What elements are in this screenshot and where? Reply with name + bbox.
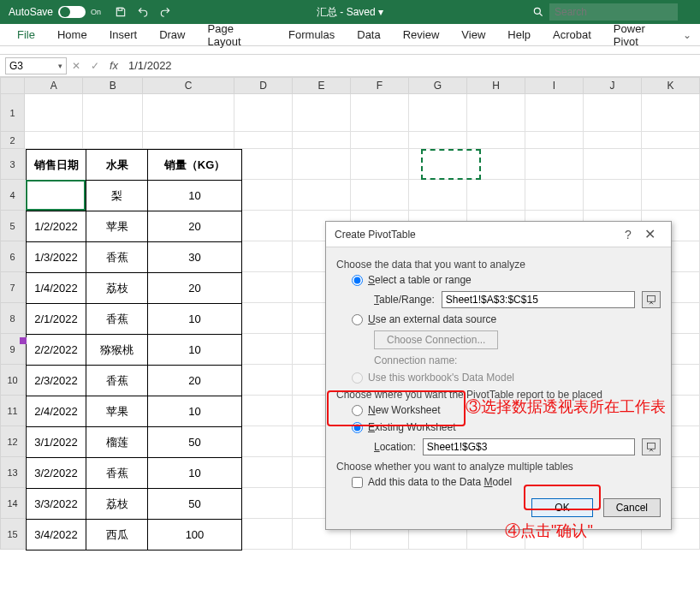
autosave-toggle-group[interactable]: AutoSave On [9, 6, 101, 18]
cancel-button[interactable]: Cancel [603, 498, 661, 517]
formula-input[interactable]: 1/1/2022 [123, 59, 172, 72]
undo-icon[interactable] [137, 6, 149, 18]
col-header[interactable]: E [293, 77, 351, 94]
cell[interactable] [584, 132, 642, 149]
tab-data[interactable]: Data [348, 26, 389, 44]
table-cell[interactable]: 30 [148, 242, 242, 273]
cell[interactable] [584, 149, 642, 180]
cell[interactable] [642, 94, 700, 132]
tab-acrobat[interactable]: Acrobat [544, 26, 600, 44]
cell[interactable] [234, 132, 293, 149]
search-box[interactable] [532, 3, 678, 21]
cell[interactable] [467, 180, 525, 211]
row-header[interactable]: 13 [0, 457, 25, 488]
row-header[interactable]: 6 [0, 241, 25, 272]
table-cell[interactable]: 香蕉 [86, 366, 148, 396]
cell[interactable] [525, 94, 584, 132]
location-input[interactable] [423, 438, 635, 455]
cell[interactable] [351, 180, 409, 211]
col-header[interactable]: A [25, 77, 83, 94]
table-cell[interactable]: 2/3/2022 [27, 366, 86, 396]
save-icon[interactable] [115, 6, 127, 18]
table-cell[interactable]: 苹果 [86, 396, 148, 427]
tab-help[interactable]: Help [499, 26, 539, 44]
cell[interactable] [351, 94, 409, 132]
table-cell[interactable]: 猕猴桃 [86, 335, 148, 366]
cell[interactable] [234, 519, 293, 550]
radio-new-worksheet[interactable] [352, 405, 363, 416]
cell[interactable] [234, 457, 293, 488]
table-cell[interactable]: 10 [148, 181, 242, 211]
cell[interactable] [525, 149, 584, 180]
col-header[interactable]: J [584, 77, 642, 94]
redo-icon[interactable] [159, 6, 171, 18]
col-header[interactable]: F [351, 77, 409, 94]
cell[interactable] [467, 94, 525, 132]
cell[interactable] [584, 94, 642, 132]
cell[interactable] [25, 94, 83, 132]
row-header[interactable]: 7 [0, 272, 25, 303]
table-cell[interactable]: 3/4/2022 [27, 520, 86, 550]
table-cell[interactable]: 20 [148, 211, 242, 242]
table-cell[interactable]: 3/1/2022 [27, 427, 86, 458]
cell[interactable] [143, 132, 234, 149]
cell[interactable] [467, 132, 525, 149]
table-cell[interactable]: 3/2/2022 [27, 458, 86, 489]
tab-file[interactable]: File [9, 26, 44, 44]
row-header[interactable]: 12 [0, 426, 25, 457]
table-cell[interactable]: 香蕉 [86, 458, 148, 489]
table-cell[interactable]: 1/2/2022 [27, 211, 86, 242]
cell[interactable] [234, 334, 293, 365]
table-cell[interactable]: 香蕉 [86, 242, 148, 273]
cell[interactable] [293, 94, 351, 132]
ok-button[interactable]: OK [531, 498, 592, 517]
cell[interactable] [642, 132, 700, 149]
table-cell[interactable]: 荔枝 [86, 273, 148, 304]
search-input[interactable] [549, 3, 678, 21]
table-cell[interactable]: 梨 [86, 181, 148, 211]
table-cell[interactable]: 3/3/2022 [27, 489, 86, 520]
comment-indicator-icon[interactable] [20, 337, 27, 344]
tab-draw[interactable]: Draw [151, 26, 193, 44]
table-cell[interactable]: 荔枝 [86, 489, 148, 520]
table-range-input[interactable] [442, 291, 635, 308]
cell[interactable] [234, 396, 293, 426]
cell[interactable] [234, 488, 293, 519]
tab-formulas[interactable]: Formulas [280, 26, 343, 44]
table-cell[interactable]: 2/2/2022 [27, 335, 86, 366]
checkbox-add-datamodel[interactable] [352, 477, 363, 488]
tab-home[interactable]: Home [49, 26, 96, 44]
cell[interactable] [293, 132, 351, 149]
cell[interactable] [525, 132, 584, 149]
col-header[interactable]: B [83, 77, 143, 94]
radio-external-source[interactable] [352, 314, 363, 325]
cell[interactable] [584, 180, 642, 211]
help-icon[interactable]: ? [620, 228, 637, 241]
row-header[interactable]: 5 [0, 211, 25, 241]
cell[interactable] [234, 272, 293, 303]
table-cell[interactable]: 10 [148, 458, 242, 489]
cell[interactable] [293, 149, 351, 180]
cell[interactable] [83, 94, 143, 132]
row-header[interactable]: 8 [0, 303, 25, 334]
fx-icon[interactable]: fx [104, 59, 123, 72]
row-header[interactable]: 14 [0, 488, 25, 519]
cell[interactable] [234, 180, 293, 211]
formula-accept-icon[interactable]: ✓ [86, 60, 104, 72]
cell[interactable] [642, 149, 700, 180]
radio-existing-worksheet[interactable] [352, 422, 363, 433]
cell[interactable] [234, 211, 293, 241]
col-header[interactable]: K [642, 77, 700, 94]
cell[interactable] [234, 94, 293, 132]
cell[interactable] [525, 180, 584, 211]
cell[interactable] [642, 180, 700, 211]
table-cell[interactable]: 20 [148, 366, 242, 396]
cell[interactable] [351, 132, 409, 149]
tab-review[interactable]: Review [394, 26, 448, 44]
row-header[interactable]: 10 [0, 365, 25, 396]
table-cell[interactable]: 10 [148, 396, 242, 427]
cell[interactable] [234, 149, 293, 180]
row-header[interactable]: 11 [0, 396, 25, 426]
row-header[interactable]: 1 [0, 94, 25, 132]
radio-select-table[interactable] [352, 275, 363, 286]
